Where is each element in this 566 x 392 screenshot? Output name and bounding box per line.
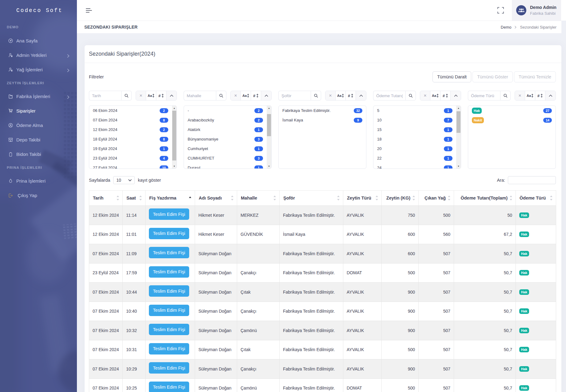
svg-text:Aa: Aa xyxy=(432,94,436,97)
svg-text:Aa: Aa xyxy=(148,94,152,97)
svg-text:Aa: Aa xyxy=(527,94,531,97)
svg-text:#: # xyxy=(443,93,445,98)
svg-text:#: # xyxy=(158,93,161,98)
svg-text:#: # xyxy=(537,93,540,98)
svg-text:Aa: Aa xyxy=(337,94,342,97)
svg-text:#: # xyxy=(253,93,255,98)
svg-text:Aa: Aa xyxy=(242,94,247,97)
svg-text:#: # xyxy=(348,93,350,98)
